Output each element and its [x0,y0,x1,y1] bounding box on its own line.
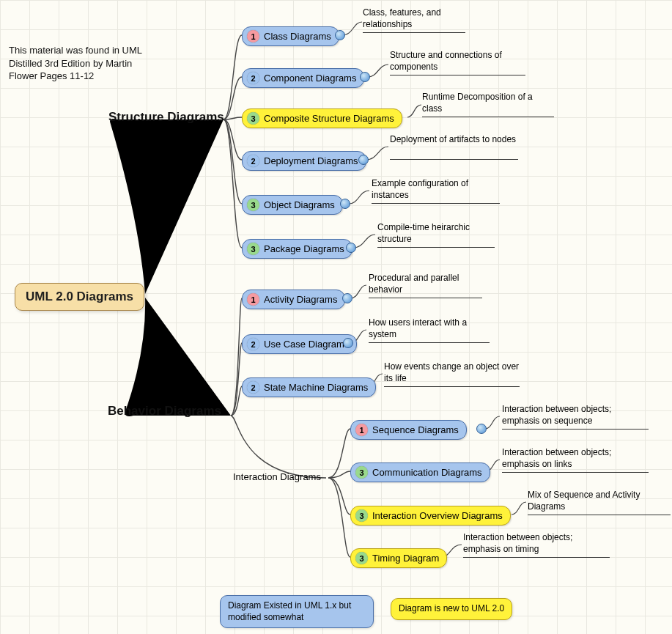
legend-yellow: Diagram is new to UML 2.0 [391,598,512,620]
node-component-diagrams[interactable]: 2 Component Diagrams [242,68,364,88]
priority-3-icon: 3 [355,466,368,479]
priority-1-icon: 1 [355,424,368,436]
legend-blue: Diagram Existed in UML 1.x but modified … [220,595,374,628]
node-label: Interaction Overview Diagrams [372,510,503,521]
desc-rule [422,117,554,117]
node-composite-structure[interactable]: 3 Composite Structure Diagrams [242,108,402,128]
node-label: Use Case Diagrams [264,339,349,350]
desc-timing: Interaction between objects; emphasis on… [463,532,610,555]
node-label: Timing Diagram [372,553,439,564]
branch-structure[interactable]: Structure Diagrams [108,110,224,125]
desc-rule [502,429,649,430]
desc-usecase: How users interact with a system [369,317,490,340]
desc-rule [502,472,649,473]
priority-1-icon: 1 [247,30,259,43]
link-icon[interactable] [360,72,370,82]
node-communication-diagrams[interactable]: 3 Communication Diagrams [350,462,490,482]
node-package-diagrams[interactable]: 3 Package Diagrams [242,239,352,259]
node-object-diagrams[interactable]: 3 Object Diagrams [242,195,343,215]
priority-3-icon: 3 [355,509,368,522]
desc-rule [369,342,490,343]
node-label: Composite Structure Diagrams [264,113,394,124]
priority-2-icon: 2 [247,72,259,84]
desc-deployment: Deployment of artifacts to nodes [390,134,518,146]
node-activity-diagrams[interactable]: 1 Activity Diagrams [242,290,345,309]
node-usecase-diagrams[interactable]: 2 Use Case Diagrams [242,334,357,354]
node-label: Package Diagrams [264,243,344,254]
branch-interaction[interactable]: Interaction Diagrams [233,471,321,482]
node-label: Object Diagrams [264,199,335,210]
desc-rule [363,32,465,33]
priority-3-icon: 3 [355,552,368,564]
node-label: Component Diagrams [264,73,356,84]
root-node[interactable]: UML 2.0 Diagrams [15,283,144,311]
node-label: State Machine Diagrams [264,382,368,393]
node-statemachine-diagrams[interactable]: 2 State Machine Diagrams [242,377,376,397]
node-label: Communication Diagrams [372,467,482,478]
node-timing-diagram[interactable]: 3 Timing Diagram [350,548,447,568]
desc-rule [369,298,482,298]
desc-sequence: Interaction between objects; emphasis on… [502,404,649,427]
link-icon[interactable] [342,293,352,303]
link-icon[interactable] [346,243,356,253]
desc-rule [384,386,520,387]
node-interaction-overview[interactable]: 3 Interaction Overview Diagrams [350,506,511,526]
desc-rule [463,557,610,558]
node-label: Deployment Diagrams [264,155,358,166]
node-sequence-diagrams[interactable]: 1 Sequence Diagrams [350,420,467,440]
desc-package: Compile-time heirarchic structure [377,222,495,245]
link-icon[interactable] [343,338,353,348]
node-label: Activity Diagrams [264,294,337,305]
desc-object: Example configuration of instances [372,178,500,201]
desc-rule [528,515,671,515]
desc-activity: Procedural and parallel behavior [369,273,482,295]
desc-rule [390,159,518,160]
desc-rule [390,75,525,75]
node-deployment-diagrams[interactable]: 2 Deployment Diagrams [242,151,366,171]
node-label: Class Diagrams [264,31,331,42]
priority-3-icon: 3 [247,199,259,211]
node-class-diagrams[interactable]: 1 Class Diagrams [242,26,339,46]
priority-2-icon: 2 [247,381,259,394]
desc-composite: Runtime Decomposition of a class [422,92,554,114]
link-icon[interactable] [476,424,487,434]
link-icon[interactable] [340,199,350,209]
desc-component: Structure and connections of components [390,50,525,73]
desc-rule [372,203,500,204]
priority-2-icon: 2 [247,155,259,167]
priority-1-icon: 1 [247,293,259,306]
desc-overview: Mix of Sequence and Activity Diagrams [528,490,671,512]
priority-3-icon: 3 [247,243,259,255]
desc-communication: Interaction between objects; emphasis on… [502,447,649,470]
source-annotation: This material was found in UML Distilled… [9,44,155,83]
desc-class: Class, features, and relationships [363,7,465,30]
branch-behavior[interactable]: Behavior Diagrams [108,404,221,419]
link-icon[interactable] [335,30,345,40]
priority-3-icon: 3 [247,112,259,125]
link-icon[interactable] [358,155,369,165]
node-label: Sequence Diagrams [372,424,459,435]
priority-2-icon: 2 [247,338,259,350]
desc-statemachine: How events change an object over its lif… [384,361,520,384]
desc-rule [377,247,495,248]
